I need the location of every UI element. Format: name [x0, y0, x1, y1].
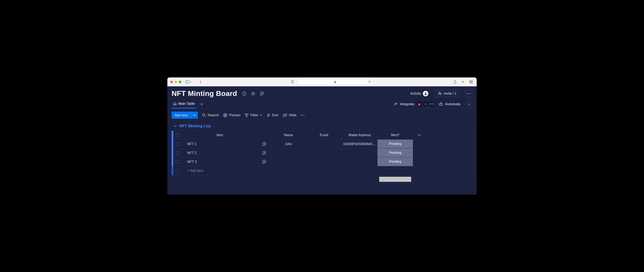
board-more-button[interactable]: [465, 90, 472, 97]
info-icon[interactable]: [241, 91, 247, 96]
svg-point-25: [302, 115, 303, 116]
minimize-window-icon[interactable]: [174, 81, 177, 83]
open-conversation-icon[interactable]: [262, 142, 267, 147]
filter-button[interactable]: Filter: [245, 113, 262, 117]
cell-wallet[interactable]: [342, 149, 378, 157]
cell-wallet[interactable]: 0x9A9F6A560bBdC...: [342, 140, 378, 148]
group-header[interactable]: NFT Minting List: [172, 122, 472, 130]
search-icon: [202, 113, 206, 117]
column-header-mint[interactable]: Mint?: [378, 131, 413, 140]
status-pending: Pending: [378, 140, 413, 148]
board-header: NFT Minting Board Activity: [167, 86, 477, 100]
board-title[interactable]: NFT Minting Board: [172, 89, 237, 98]
open-conversation-icon[interactable]: [262, 151, 267, 155]
cell-email[interactable]: [306, 140, 342, 148]
summary-name: [271, 176, 306, 184]
cell-email[interactable]: [306, 149, 342, 157]
select-all-checkbox[interactable]: [173, 131, 182, 140]
automate-button[interactable]: Automate: [439, 102, 460, 106]
lock-icon: [334, 81, 336, 83]
status-pending: Pending: [378, 158, 413, 166]
svg-point-24: [300, 115, 302, 116]
column-header-wallet[interactable]: Wallet Address: [342, 131, 378, 140]
tab-main-table[interactable]: Main Table: [172, 100, 196, 108]
star-icon[interactable]: [250, 91, 256, 96]
cell-fill: [426, 149, 472, 157]
back-button[interactable]: [198, 79, 203, 84]
svg-rect-3: [470, 80, 471, 82]
hide-icon: [282, 113, 287, 117]
row-checkbox: [173, 166, 182, 175]
table: Item Name Email Wallet Address Mint? NFT: [172, 130, 472, 176]
add-view-button[interactable]: [199, 103, 204, 106]
new-tab-icon[interactable]: [460, 79, 466, 84]
row-checkbox[interactable]: [173, 149, 182, 157]
sidebar-toggle[interactable]: [186, 80, 192, 83]
person-filter-button[interactable]: Person: [223, 113, 240, 117]
shield-icon[interactable]: [290, 79, 295, 84]
cell-mint[interactable]: Pending: [378, 158, 413, 166]
cell-mint[interactable]: Pending: [378, 149, 413, 157]
cell-mint[interactable]: Pending: [378, 140, 413, 148]
column-header-email[interactable]: Email: [306, 131, 342, 140]
cell-wallet[interactable]: [342, 158, 378, 166]
row-checkbox[interactable]: [173, 158, 182, 166]
row-checkbox[interactable]: [173, 140, 182, 148]
cell-item[interactable]: NFT 3: [182, 158, 271, 166]
search-button[interactable]: Search: [202, 113, 219, 117]
integrate-button[interactable]: Integrate ◉: [394, 101, 435, 107]
cell-empty: [413, 158, 426, 166]
svg-point-26: [304, 115, 304, 116]
collapse-header-button[interactable]: [466, 101, 472, 107]
svg-rect-17: [426, 104, 426, 105]
add-column-button[interactable]: [413, 131, 426, 140]
add-discussion-icon[interactable]: [259, 91, 265, 96]
integration-gmail-icon: [429, 101, 435, 107]
svg-point-12: [468, 93, 469, 94]
add-item-label: + Add item: [182, 166, 271, 175]
table-row: NFT 2 Pending: [172, 149, 472, 158]
toolbar-more-button[interactable]: [300, 115, 304, 116]
sort-button[interactable]: Sort: [267, 113, 278, 117]
table-header-row: Item Name Email Wallet Address Mint?: [172, 131, 472, 140]
share-icon[interactable]: [452, 79, 458, 84]
close-window-icon[interactable]: [170, 81, 173, 83]
cell-name[interactable]: John: [271, 140, 306, 148]
new-item-button[interactable]: New item: [172, 112, 191, 119]
new-item-dropdown[interactable]: [191, 112, 198, 119]
automate-label: Automate: [445, 102, 460, 106]
activity-button[interactable]: Activity: [410, 91, 428, 96]
cell-item[interactable]: NFT 2: [182, 149, 271, 157]
column-header-name[interactable]: Name: [271, 131, 306, 140]
chevron-down-icon: [260, 114, 262, 116]
cell-name[interactable]: [271, 149, 306, 157]
svg-point-21: [202, 114, 205, 116]
invite-icon: [438, 92, 442, 95]
svg-rect-6: [471, 82, 472, 83]
cell-email[interactable]: [306, 158, 342, 166]
cell-name[interactable]: [271, 158, 306, 166]
group-color-edge: [172, 149, 173, 157]
svg-rect-4: [471, 80, 472, 82]
open-conversation-icon[interactable]: [262, 160, 267, 164]
maximize-window-icon[interactable]: [179, 81, 181, 83]
add-item-row[interactable]: + Add item: [172, 166, 472, 175]
cell-item[interactable]: NFT 1: [182, 140, 271, 148]
group-color-edge: [172, 158, 173, 166]
svg-rect-15: [426, 104, 427, 104]
tabs-overview-icon[interactable]: [468, 79, 474, 84]
invite-label: Invite / 1: [444, 92, 456, 95]
search-label: Search: [208, 113, 219, 117]
address-bar[interactable]: [297, 79, 373, 85]
group-title: NFT Minting List: [179, 124, 211, 128]
hide-button[interactable]: Hide: [282, 113, 296, 117]
group-container: NFT Minting List Item Name Email Wallet …: [167, 122, 477, 184]
invite-button[interactable]: Invite / 1: [435, 90, 460, 97]
column-header-item[interactable]: Item: [182, 131, 271, 140]
svg-point-19: [440, 104, 441, 104]
svg-point-13: [470, 93, 471, 94]
forward-button[interactable]: [205, 79, 210, 84]
robot-icon: [439, 102, 443, 106]
reload-icon[interactable]: [368, 80, 371, 83]
summary-mint: [378, 176, 413, 184]
